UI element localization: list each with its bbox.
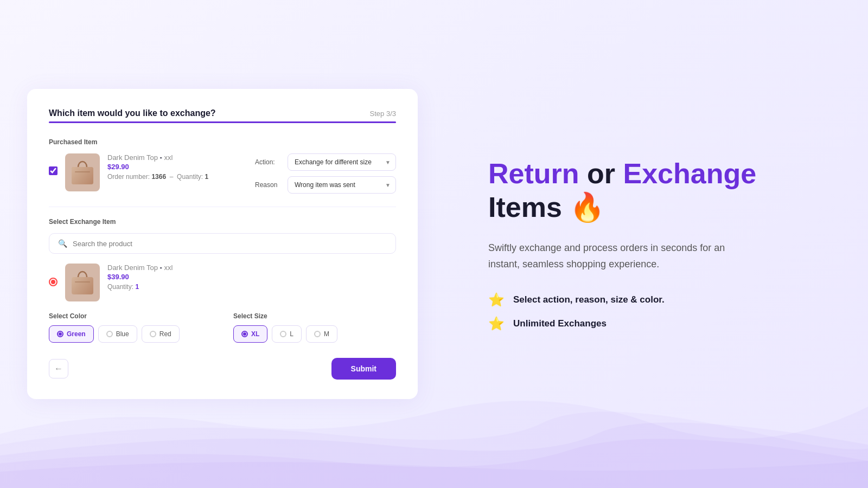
svg-rect-2	[75, 171, 90, 172]
checkbox-wrap[interactable]	[49, 166, 58, 177]
exchange-item-row: Dark Denim Top - xxl $39.90 Quantity: 1	[49, 264, 396, 301]
size-section-label: Select Size	[233, 312, 396, 320]
action-field-row: Action: Exchange for different size Retu…	[255, 153, 396, 171]
color-option-green[interactable]: Green	[49, 325, 94, 343]
size-option-l[interactable]: L	[272, 325, 302, 343]
radio-dot-m	[314, 331, 321, 337]
action-select[interactable]: Exchange for different size Return item …	[288, 153, 396, 171]
back-button[interactable]: ←	[49, 359, 68, 378]
size-section: Select Size XL L M	[233, 312, 396, 343]
size-options-row: XL L M	[233, 325, 396, 343]
purchased-item-row: Dark Denim Top - xxl $29.90 Order number…	[49, 153, 396, 194]
action-label: Action:	[255, 158, 282, 166]
size-label-l: L	[290, 330, 293, 338]
exchange-item-label: Select Exchange Item	[49, 218, 396, 226]
hero-title-or: or	[579, 158, 623, 189]
step-label: Step 3/3	[370, 110, 396, 118]
hero-title-items: Items	[488, 191, 562, 223]
exchange-item-meta: Quantity: 1	[107, 283, 396, 291]
hero-title: Return or Exchange Items 🔥	[488, 157, 825, 224]
svg-rect-4	[75, 281, 90, 282]
color-options-row: Green Blue Red	[49, 325, 212, 343]
card-header: Which item would you like to exchange? S…	[49, 108, 396, 118]
reason-select[interactable]: Wrong item was sent Damaged item Not as …	[288, 176, 396, 194]
progress-bar	[49, 121, 396, 123]
item-price: $29.90	[107, 163, 247, 171]
star-icon-1: ⭐	[488, 292, 505, 307]
search-icon: 🔍	[58, 239, 67, 248]
footer-row: ← Submit	[49, 358, 396, 380]
radio-dot-blue	[106, 331, 113, 337]
item-info: Dark Denim Top - xxl $29.90 Order number…	[107, 153, 247, 181]
reason-label: Reason	[255, 181, 282, 189]
radio-dot-green-inner	[59, 332, 62, 336]
svg-rect-1	[72, 167, 93, 184]
action-reason: Action: Exchange for different size Retu…	[255, 153, 396, 194]
back-arrow-icon: ←	[54, 364, 63, 374]
form-title: Which item would you like to exchange?	[49, 108, 216, 118]
feature-text-2: Unlimited Exchanges	[513, 318, 607, 329]
radio-dot-green	[57, 331, 63, 337]
hero-title-return: Return	[488, 158, 579, 189]
submit-button[interactable]: Submit	[331, 358, 396, 380]
item-name: Dark Denim Top - xxl	[107, 153, 247, 162]
section-divider	[49, 207, 396, 207]
radio-dot-xl-inner	[243, 332, 246, 336]
size-label-xl: XL	[251, 330, 259, 338]
item-image	[65, 153, 100, 191]
radio-dot-l	[280, 331, 286, 337]
exchange-item-name: Dark Denim Top - xxl	[107, 264, 396, 272]
svg-rect-3	[72, 277, 93, 294]
color-section-label: Select Color	[49, 312, 212, 320]
exchange-item-image	[65, 264, 100, 301]
star-icon-2: ⭐	[488, 316, 505, 331]
item-meta: Order number: 1366 – Quantity: 1	[107, 173, 247, 181]
action-select-wrapper[interactable]: Exchange for different size Return item …	[288, 153, 396, 171]
progress-fill	[49, 121, 396, 123]
hero-title-emoji: 🔥	[570, 191, 605, 223]
size-option-xl[interactable]: XL	[233, 325, 267, 343]
size-option-m[interactable]: M	[306, 325, 337, 343]
color-label-green: Green	[67, 330, 86, 338]
color-label-red: Red	[159, 330, 171, 338]
exchange-item-info: Dark Denim Top - xxl $39.90 Quantity: 1	[107, 264, 396, 291]
color-size-row: Select Color Green Blue Red	[49, 312, 396, 343]
exchange-item-radio-inner	[51, 280, 55, 284]
hero-title-exchange: Exchange	[623, 158, 756, 189]
feature-list: ⭐ Select action, reason, size & color. ⭐…	[488, 292, 825, 331]
search-box[interactable]: 🔍	[49, 233, 396, 254]
form-card: Which item would you like to exchange? S…	[27, 89, 418, 399]
size-label-m: M	[324, 330, 329, 338]
color-option-blue[interactable]: Blue	[98, 325, 137, 343]
reason-field-row: Reason Wrong item was sent Damaged item …	[255, 176, 396, 194]
left-panel: Which item would you like to exchange? S…	[0, 67, 445, 421]
feature-item-2: ⭐ Unlimited Exchanges	[488, 316, 825, 331]
radio-dot-xl	[241, 331, 248, 337]
color-option-red[interactable]: Red	[142, 325, 180, 343]
purchased-item-label: Purchased Item	[49, 138, 396, 146]
search-input[interactable]	[73, 240, 387, 248]
exchange-item-quantity-link[interactable]: 1	[135, 283, 139, 291]
reason-select-wrapper[interactable]: Wrong item was sent Damaged item Not as …	[288, 176, 396, 194]
radio-dot-red	[150, 331, 156, 337]
hero-subtitle: Swiftly exchange and process orders in s…	[488, 240, 749, 273]
feature-text-1: Select action, reason, size & color.	[513, 294, 665, 305]
feature-item-1: ⭐ Select action, reason, size & color.	[488, 292, 825, 307]
item-checkbox[interactable]	[49, 166, 58, 175]
color-section: Select Color Green Blue Red	[49, 312, 212, 343]
exchange-item-radio[interactable]	[49, 278, 58, 286]
color-label-blue: Blue	[116, 330, 129, 338]
exchange-item-price: $39.90	[107, 273, 396, 281]
right-panel: Return or Exchange Items 🔥 Swiftly excha…	[445, 124, 868, 364]
